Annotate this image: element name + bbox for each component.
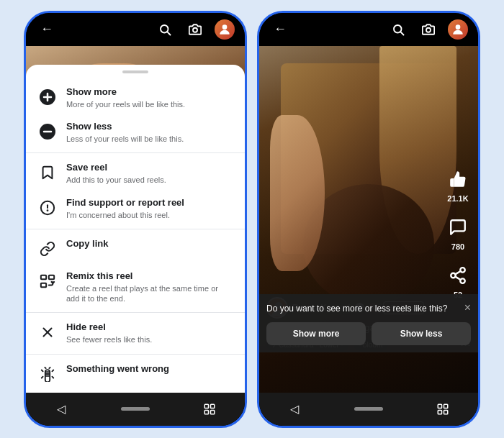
left-phone-inner: ← [26, 13, 245, 426]
svg-rect-14 [41, 283, 46, 288]
reel-right-icons: 21.1K 780 52 [445, 166, 471, 299]
save-reel-item[interactable]: Save reel Add this to your saved reels. [26, 156, 245, 191]
left-bottom-nav: ◁ [26, 393, 245, 426]
copy-link-text: Copy link [66, 238, 233, 250]
svg-line-29 [455, 271, 460, 274]
like-item[interactable]: 21.1K [445, 166, 471, 203]
show-more-subtitle: More of your reels will be like this. [66, 99, 233, 109]
svg-rect-34 [444, 410, 448, 414]
show-more-item[interactable]: Show more More of your reels will be lik… [26, 81, 245, 115]
save-reel-icon [37, 163, 58, 183]
hide-reel-icon [37, 322, 58, 342]
left-nav-back[interactable]: ◁ [50, 398, 72, 420]
remix-reel-item[interactable]: Remix this reel Create a reel that plays… [26, 265, 245, 309]
show-less-icon [37, 122, 58, 142]
find-support-text: Find support or report reel I'm concerne… [66, 197, 233, 220]
svg-point-23 [426, 27, 431, 32]
show-more-icon [37, 87, 58, 107]
like-button[interactable] [445, 166, 471, 192]
copy-link-item[interactable]: Copy link [26, 232, 245, 265]
popup-buttons: Show more Show less [266, 322, 471, 345]
left-top-icons [154, 19, 235, 40]
right-nav-square[interactable] [432, 398, 454, 420]
divider-4 [26, 354, 245, 355]
svg-rect-12 [41, 275, 46, 280]
save-reel-title: Save reel [66, 162, 233, 174]
hide-reel-text: Hide reel See fewer reels like this. [66, 321, 233, 345]
show-popup: Do you want to see more or less reels li… [259, 294, 478, 352]
remix-reel-title: Remix this reel [66, 270, 233, 283]
left-nav-home-pill[interactable] [121, 407, 150, 411]
bug-icon [37, 364, 58, 384]
svg-rect-18 [211, 404, 215, 408]
copy-link-title: Copy link [66, 238, 233, 250]
find-support-item[interactable]: Find support or report reel I'm concerne… [26, 191, 245, 226]
something-wrong-title: Something went wrong [66, 363, 233, 375]
right-back-button[interactable]: ← [269, 19, 291, 40]
show-more-text: Show more More of your reels will be lik… [66, 86, 233, 109]
divider-2 [26, 229, 245, 229]
show-less-subtitle: Less of your reels will be like this. [66, 134, 233, 144]
svg-rect-17 [204, 404, 208, 408]
something-wrong-item[interactable]: Something went wrong [26, 357, 245, 390]
svg-rect-13 [49, 275, 54, 280]
svg-rect-20 [211, 410, 215, 414]
like-count: 21.1K [447, 194, 468, 203]
right-top-bar: ← [259, 13, 478, 46]
svg-point-2 [193, 27, 197, 32]
save-reel-text: Save reel Add this to your saved reels. [66, 162, 233, 185]
right-search-icon[interactable] [387, 19, 409, 40]
left-back-button[interactable]: ← [36, 19, 58, 40]
svg-line-22 [400, 32, 403, 35]
left-nav-square[interactable] [199, 398, 220, 420]
hide-reel-subtitle: See fewer reels like this. [66, 334, 233, 345]
show-more-title: Show more [66, 86, 233, 99]
right-video-area: 21.1K 780 52 [259, 46, 478, 393]
svg-point-24 [456, 24, 461, 29]
svg-rect-33 [438, 410, 441, 414]
right-profile-avatar[interactable] [448, 19, 468, 40]
popup-question: Do you want to see more or less reels li… [266, 303, 471, 315]
divider-1 [26, 152, 245, 153]
something-wrong-text: Something went wrong [66, 363, 233, 375]
svg-rect-19 [204, 410, 208, 414]
remix-reel-icon [37, 271, 58, 291]
remix-reel-subtitle: Create a reel that plays at the same tim… [66, 283, 233, 304]
show-less-item[interactable]: Show less Less of your reels will be lik… [26, 115, 245, 150]
hide-reel-title: Hide reel [66, 321, 233, 334]
comment-button[interactable] [445, 214, 471, 240]
find-support-title: Find support or report reel [66, 197, 233, 209]
right-camera-icon[interactable] [418, 19, 439, 40]
sheet-handle [122, 70, 148, 73]
show-less-title: Show less [66, 121, 233, 133]
left-phone: ← [24, 11, 247, 428]
left-search-icon[interactable] [154, 19, 176, 40]
popup-close-button[interactable]: × [464, 301, 471, 314]
left-profile-avatar[interactable] [215, 19, 235, 40]
comment-item[interactable]: 780 [445, 214, 471, 251]
popup-show-less-button[interactable]: Show less [372, 322, 471, 345]
divider-3 [26, 312, 245, 313]
svg-rect-32 [444, 404, 448, 408]
remix-reel-text: Remix this reel Create a reel that plays… [66, 270, 233, 304]
right-bottom-nav: ◁ [259, 393, 478, 426]
right-nav-home-pill[interactable] [354, 407, 383, 411]
comment-count: 780 [451, 242, 464, 251]
right-nav-back[interactable]: ◁ [284, 398, 305, 420]
show-less-text: Show less Less of your reels will be lik… [66, 121, 233, 144]
right-phone-inner: ← [259, 13, 478, 426]
left-top-bar: ← [26, 13, 245, 46]
svg-line-28 [455, 276, 460, 279]
find-support-subtitle: I'm concerned about this reel. [66, 210, 233, 220]
right-top-icons [387, 19, 468, 40]
svg-rect-31 [438, 404, 441, 408]
share-button[interactable] [445, 263, 471, 288]
left-camera-icon[interactable] [184, 19, 206, 40]
find-support-icon [37, 198, 58, 218]
hide-reel-item[interactable]: Hide reel See fewer reels like this. [26, 316, 245, 350]
left-bottom-sheet: Show more More of your reels will be lik… [26, 65, 245, 392]
right-phone: ← [257, 11, 480, 428]
popup-show-more-button[interactable]: Show more [266, 322, 366, 345]
save-reel-subtitle: Add this to your saved reels. [66, 175, 233, 185]
svg-line-1 [167, 32, 170, 35]
